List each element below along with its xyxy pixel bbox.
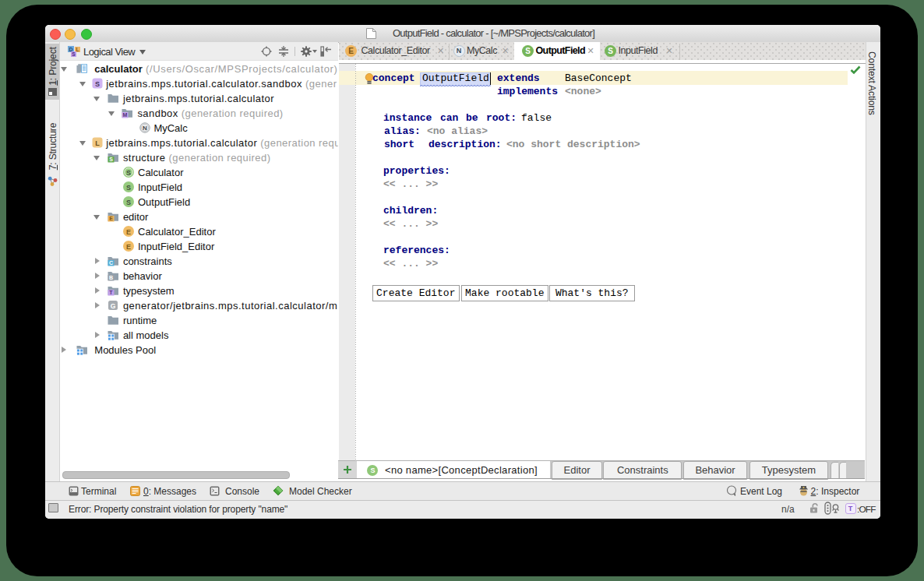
svg-text:C: C [109, 260, 113, 266]
svg-text:L: L [95, 139, 100, 147]
svg-text:E: E [126, 243, 131, 251]
svg-text:G: G [111, 302, 116, 310]
svg-text:E: E [109, 216, 113, 221]
svg-text:S: S [126, 169, 131, 177]
svg-text:M: M [122, 112, 127, 118]
svg-text:T: T [109, 290, 113, 295]
svg-text:N: N [143, 125, 147, 132]
svg-text:S: S [126, 184, 131, 192]
svg-text:S: S [109, 157, 113, 162]
svg-text:S: S [72, 51, 76, 57]
svg-text:B: B [109, 275, 113, 280]
svg-text:E: E [126, 228, 131, 236]
svg-text:S: S [126, 199, 131, 206]
svg-text:L: L [76, 47, 79, 52]
svg-text:S: S [95, 80, 100, 88]
